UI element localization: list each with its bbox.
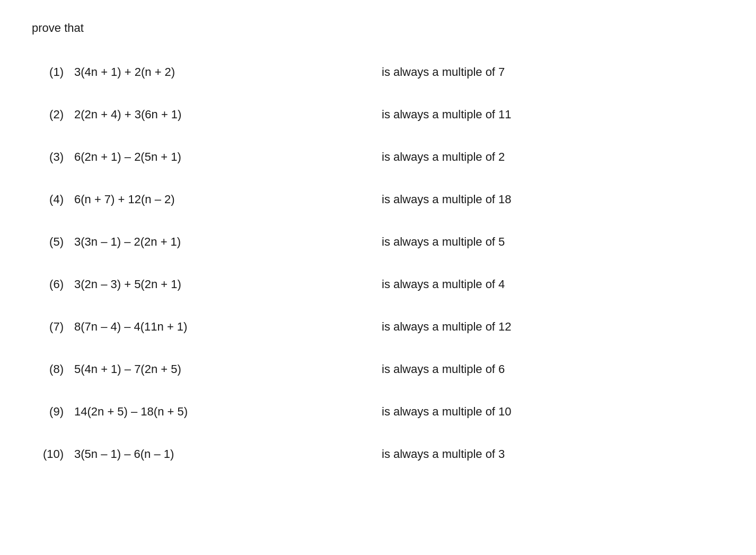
problem-expression: 5(4n + 1) – 7(2n + 5) xyxy=(74,362,276,376)
problem-expression: 14(2n + 5) – 18(n + 5) xyxy=(74,405,276,419)
problem-number: (1) xyxy=(32,65,74,79)
problem-expression: 6(2n + 1) – 2(5n + 1) xyxy=(74,150,276,164)
problem-row: (1)3(4n + 1) + 2(n + 2)is always a multi… xyxy=(32,51,724,93)
problem-expression: 2(2n + 4) + 3(6n + 1) xyxy=(74,108,276,122)
problem-number: (5) xyxy=(32,235,74,249)
problem-result: is always a multiple of 3 xyxy=(276,447,724,461)
problem-row: (6)3(2n – 3) + 5(2n + 1)is always a mult… xyxy=(32,263,724,306)
problem-result: is always a multiple of 2 xyxy=(276,150,724,164)
problem-result: is always a multiple of 18 xyxy=(276,193,724,206)
problem-row: (8)5(4n + 1) – 7(2n + 5)is always a mult… xyxy=(32,348,724,391)
problem-row: (2)2(2n + 4) + 3(6n + 1)is always a mult… xyxy=(32,93,724,136)
problem-number: (10) xyxy=(32,447,74,461)
problem-expression: 3(2n – 3) + 5(2n + 1) xyxy=(74,278,276,291)
problem-number: (9) xyxy=(32,405,74,419)
problem-row: (9)14(2n + 5) – 18(n + 5)is always a mul… xyxy=(32,391,724,433)
page-header: prove that xyxy=(32,21,724,35)
problem-number: (4) xyxy=(32,193,74,206)
problem-number: (8) xyxy=(32,362,74,376)
problem-number: (7) xyxy=(32,320,74,334)
problem-row: (10)3(5n – 1) – 6(n – 1)is always a mult… xyxy=(32,433,724,475)
problem-row: (4)6(n + 7) + 12(n – 2)is always a multi… xyxy=(32,178,724,221)
prove-that-label: prove that xyxy=(32,21,724,35)
problem-result: is always a multiple of 6 xyxy=(276,362,724,376)
problem-result: is always a multiple of 10 xyxy=(276,405,724,419)
problem-expression: 6(n + 7) + 12(n – 2) xyxy=(74,193,276,206)
problem-row: (3)6(2n + 1) – 2(5n + 1)is always a mult… xyxy=(32,136,724,178)
problem-number: (6) xyxy=(32,278,74,291)
problem-expression: 3(3n – 1) – 2(2n + 1) xyxy=(74,235,276,249)
problem-result: is always a multiple of 4 xyxy=(276,278,724,291)
problem-number: (3) xyxy=(32,150,74,164)
problem-row: (5)3(3n – 1) – 2(2n + 1)is always a mult… xyxy=(32,221,724,263)
problem-expression: 3(4n + 1) + 2(n + 2) xyxy=(74,65,276,79)
problem-result: is always a multiple of 12 xyxy=(276,320,724,334)
problem-row: (7)8(7n – 4) – 4(11n + 1)is always a mul… xyxy=(32,306,724,348)
problem-number: (2) xyxy=(32,108,74,122)
problem-expression: 8(7n – 4) – 4(11n + 1) xyxy=(74,320,276,334)
problems-list: (1)3(4n + 1) + 2(n + 2)is always a multi… xyxy=(32,51,724,475)
problem-expression: 3(5n – 1) – 6(n – 1) xyxy=(74,447,276,461)
problem-result: is always a multiple of 7 xyxy=(276,65,724,79)
problem-result: is always a multiple of 5 xyxy=(276,235,724,249)
problem-result: is always a multiple of 11 xyxy=(276,108,724,122)
